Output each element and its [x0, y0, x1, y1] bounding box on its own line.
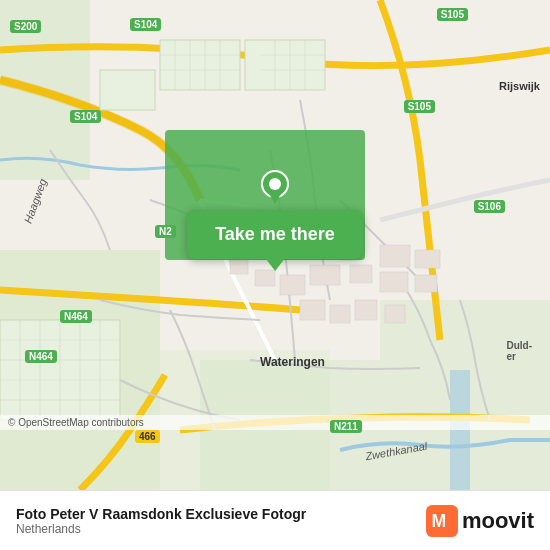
road-badge-s105-mid: S105 — [404, 100, 435, 113]
svg-rect-12 — [255, 270, 275, 286]
road-badge-n211: N211 — [330, 420, 362, 433]
svg-rect-18 — [300, 300, 325, 320]
copyright-text: © OpenStreetMap contributors — [8, 417, 144, 428]
svg-text:M: M — [431, 511, 446, 531]
road-badge-s105-top: S105 — [437, 8, 468, 21]
moovit-brand-text: moovit — [462, 508, 534, 534]
road-badge-s106: S106 — [474, 200, 505, 213]
svg-rect-14 — [380, 245, 410, 267]
svg-rect-15 — [415, 250, 440, 268]
svg-rect-20 — [355, 300, 377, 320]
location-country: Netherlands — [16, 522, 414, 536]
road-badge-n2: N2 — [155, 225, 176, 238]
svg-marker-49 — [268, 192, 282, 204]
svg-rect-23 — [245, 40, 325, 90]
location-name: Foto Peter V Raamsdonk Exclusieve Fotogr — [16, 506, 414, 522]
svg-rect-9 — [310, 265, 340, 285]
road-badge-n464-1: N464 — [60, 310, 92, 323]
take-me-there-button-label[interactable]: Take me there — [187, 210, 363, 259]
road-badge-s104-top: S104 — [130, 18, 161, 31]
road-badge-466: 466 — [135, 430, 160, 443]
svg-rect-17 — [415, 275, 437, 292]
take-me-there-button[interactable]: Take me there — [187, 210, 363, 259]
svg-rect-24 — [100, 70, 155, 110]
road-badge-n464-2: N464 — [25, 350, 57, 363]
rijswijk-label: Rijswijk — [499, 80, 540, 92]
location-pin — [260, 170, 290, 210]
location-info: Foto Peter V Raamsdonk Exclusieve Fotogr… — [16, 506, 414, 536]
map-container: S105 S200 S104 S104 S105 S106 N2 N464 N4… — [0, 0, 550, 490]
svg-rect-19 — [330, 305, 350, 323]
svg-rect-16 — [380, 272, 408, 292]
svg-rect-6 — [450, 370, 470, 490]
moovit-logo: M moovit — [426, 505, 534, 537]
svg-point-48 — [269, 178, 281, 190]
wateringen-label: Wateringen — [260, 355, 325, 369]
info-bar: Foto Peter V Raamsdonk Exclusieve Fotogr… — [0, 490, 550, 550]
duld-label: Duld-er — [506, 340, 532, 362]
moovit-brand-icon: M — [426, 505, 458, 537]
svg-rect-22 — [160, 40, 240, 90]
svg-rect-10 — [350, 265, 372, 283]
road-badge-s104-mid: S104 — [70, 110, 101, 123]
svg-rect-13 — [230, 260, 248, 274]
svg-rect-21 — [385, 305, 405, 323]
road-badge-s200: S200 — [10, 20, 41, 33]
copyright-bar: © OpenStreetMap contributors — [0, 415, 550, 430]
svg-rect-11 — [280, 275, 305, 295]
